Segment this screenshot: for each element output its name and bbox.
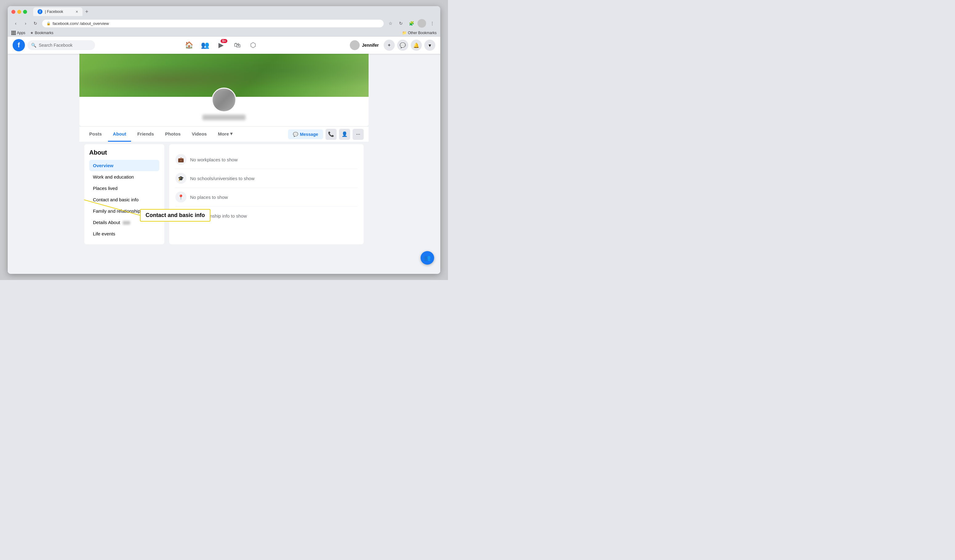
add-friend-icon: 👤: [341, 131, 348, 137]
chevron-down-icon: ▾: [230, 131, 233, 136]
about-sidebar: About Overview Work and education Places…: [84, 144, 164, 244]
bookmarks-folder[interactable]: ★ Bookmarks: [30, 31, 53, 35]
groups-icon: ⬡: [250, 41, 256, 49]
maximize-window-button[interactable]: [23, 10, 27, 14]
more-options-button[interactable]: ···: [352, 129, 364, 140]
add-friend-button[interactable]: 👤: [339, 129, 350, 140]
call-button[interactable]: 📞: [326, 129, 337, 140]
notifications-button[interactable]: 🔔: [411, 40, 422, 51]
other-bookmarks-label: Other Bookmarks: [408, 31, 437, 35]
bookmarks-label: Bookmarks: [35, 31, 53, 35]
details-name-blurred: [123, 221, 130, 225]
people-floating-icon: 👥: [424, 254, 431, 261]
user-profile-button[interactable]: Jennifer: [348, 39, 381, 51]
minimize-window-button[interactable]: [17, 10, 21, 14]
fb-logo-letter: f: [17, 41, 20, 49]
apps-link[interactable]: Apps: [11, 31, 25, 35]
add-button[interactable]: +: [384, 40, 395, 51]
about-main-content: 💼 No workplaces to show 🎓 No schools/uni…: [169, 144, 364, 244]
tab-close-button[interactable]: ×: [76, 9, 78, 14]
user-avatar: [350, 40, 360, 50]
heart-icon: 💙: [175, 210, 186, 221]
about-education-text: No schools/universities to show: [190, 176, 254, 181]
browser-menu-button[interactable]: ⋮: [428, 19, 437, 28]
browser-profile-avatar[interactable]: [418, 19, 426, 28]
education-icon: 🎓: [175, 173, 186, 184]
about-places-text: No places to show: [190, 195, 228, 200]
folder-icon: 📁: [402, 31, 407, 35]
phone-icon: 📞: [328, 131, 334, 137]
forward-button[interactable]: ›: [21, 19, 30, 28]
address-bar[interactable]: 🔒 facebook.com/ /about_overview: [42, 20, 384, 27]
close-window-button[interactable]: [11, 10, 16, 14]
extensions-button[interactable]: 🧩: [407, 19, 416, 28]
home-nav-button[interactable]: 🏠: [182, 38, 197, 53]
tab-photos[interactable]: Photos: [160, 127, 186, 142]
floating-people-button[interactable]: 👥: [421, 251, 434, 265]
about-nav-overview[interactable]: Overview: [89, 160, 160, 171]
about-nav-details[interactable]: Details About: [89, 217, 160, 228]
message-button[interactable]: 💬 Message: [288, 129, 323, 139]
tab-more[interactable]: More ▾: [213, 126, 238, 142]
lock-icon: 🔒: [47, 22, 51, 25]
new-tab-button[interactable]: +: [83, 7, 91, 16]
about-relationship-text: No relationship info to show: [190, 213, 247, 218]
search-placeholder: Search Facebook: [39, 43, 73, 48]
store-icon: 🛍: [234, 41, 241, 49]
about-education-item: 🎓 No schools/universities to show: [175, 169, 357, 188]
home-icon: 🏠: [185, 41, 193, 49]
about-nav-places-lived[interactable]: Places lived: [89, 183, 160, 194]
ellipsis-icon: ···: [356, 131, 360, 137]
workplace-icon: 💼: [175, 154, 186, 165]
account-menu-button[interactable]: ▾: [424, 40, 435, 51]
tab-about-label: About: [113, 131, 126, 136]
about-nav-family[interactable]: Family and relationships: [89, 205, 160, 217]
video-nav-button[interactable]: ▶ 9+: [214, 38, 229, 53]
bookmarks-star-icon: ★: [30, 31, 33, 35]
tab-photos-label: Photos: [165, 131, 181, 136]
search-icon: 🔍: [31, 43, 36, 48]
user-name: Jennifer: [362, 43, 379, 48]
search-bar[interactable]: 🔍 Search Facebook: [27, 40, 95, 50]
tab-title: | Facebook: [45, 9, 63, 14]
tab-friends-label: Friends: [137, 131, 154, 136]
about-places-item: 📍 No places to show: [175, 188, 357, 206]
tab-more-label: More: [218, 131, 229, 136]
about-title: About: [89, 149, 160, 156]
tab-friends[interactable]: Friends: [132, 127, 159, 142]
message-button-label: Message: [300, 132, 318, 137]
facebook-logo[interactable]: f: [13, 39, 25, 51]
profile-name-blurred: [202, 115, 246, 120]
about-workplace-text: No workplaces to show: [190, 157, 238, 162]
tab-posts-label: Posts: [89, 131, 102, 136]
messenger-button[interactable]: 💬: [397, 40, 408, 51]
groups-nav-button[interactable]: ⬡: [246, 38, 261, 53]
fb-favicon-letter: f: [39, 10, 40, 14]
apps-grid-icon: [11, 31, 16, 35]
messenger-icon: 💬: [293, 132, 298, 137]
browser-tab[interactable]: f | Facebook ×: [33, 7, 83, 16]
back-button[interactable]: ‹: [11, 19, 20, 28]
about-relationship-item: 💙 No relationship info to show: [175, 206, 357, 225]
about-nav-contact-info[interactable]: Contact and basic info: [89, 194, 160, 205]
bookmark-star-button[interactable]: ☆: [386, 19, 395, 28]
marketplace-nav-button[interactable]: 🛍: [230, 38, 244, 53]
about-nav-life-events[interactable]: Life events: [89, 228, 160, 239]
reload-toolbar-button[interactable]: ↻: [396, 19, 405, 28]
profile-avatar: [212, 87, 236, 112]
location-pin-icon: 📍: [175, 192, 186, 203]
people-icon: 👥: [201, 41, 209, 49]
people-nav-button[interactable]: 👥: [198, 38, 213, 53]
url-text: facebook.com/ /about_overview: [53, 21, 109, 26]
tab-posts[interactable]: Posts: [84, 127, 107, 142]
tab-videos-label: Videos: [192, 131, 207, 136]
reload-button[interactable]: ↻: [31, 19, 40, 28]
about-workplace-item: 💼 No workplaces to show: [175, 150, 357, 169]
tab-about[interactable]: About: [108, 127, 131, 142]
video-badge: 9+: [221, 39, 227, 43]
about-nav-work-education[interactable]: Work and education: [89, 171, 160, 183]
other-bookmarks-link[interactable]: 📁 Other Bookmarks: [402, 31, 437, 35]
tab-favicon: f: [38, 9, 42, 14]
apps-label: Apps: [17, 31, 25, 35]
tab-videos[interactable]: Videos: [187, 127, 212, 142]
